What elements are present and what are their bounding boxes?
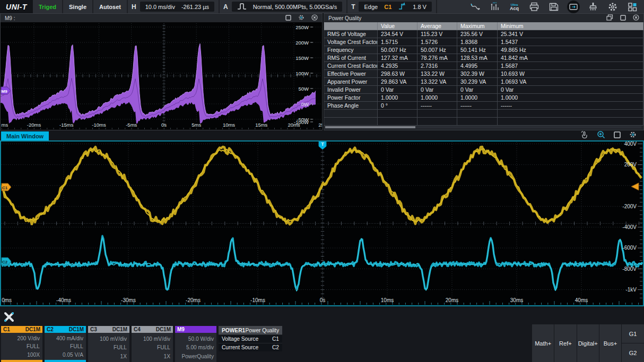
pq-cell: 1.5726: [417, 38, 457, 46]
pq-titlebar[interactable]: Power Quality: [324, 14, 643, 23]
svg-text:-30ms: -30ms: [121, 297, 136, 303]
pq-table-row: Effective Power298.63 W133.22 W302.39 W1…: [324, 70, 643, 78]
timebase-value: 10.0 ms/div: [145, 4, 175, 10]
m9-window-title: M9 :: [5, 15, 15, 21]
g1-button[interactable]: G1: [622, 324, 644, 343]
power1-row-value: C1: [272, 336, 279, 342]
touch-icon[interactable]: [580, 130, 588, 141]
channel-setting: 1X: [134, 354, 170, 359]
main-plot: 400V200V-200V-400V-600V-800V-1kV0ms-40ms…: [0, 140, 644, 306]
pq-header-cell: Average: [417, 22, 457, 30]
maximize-icon[interactable]: [614, 131, 621, 140]
channel-card-C4[interactable]: C4DC1M100 mV/divFULL1X: [132, 326, 173, 362]
pq-cell: 1.0000: [457, 94, 498, 102]
channel-setting: 50.0 W/div: [178, 336, 214, 342]
svg-text:15ms: 15ms: [255, 122, 267, 128]
ref-plus-button[interactable]: Ref+: [554, 324, 576, 362]
settings-icon[interactable]: [603, 0, 622, 13]
channel-setting: 200 V/div: [4, 335, 40, 341]
svg-text:-20ms: -20ms: [27, 122, 41, 128]
channel-setting: 100 mV/div: [134, 336, 170, 342]
bus-plus-button[interactable]: Bus+: [599, 324, 621, 362]
pq-cell: Invalid Power: [324, 86, 378, 94]
pq-cell: 1.0693 VA: [498, 78, 643, 86]
pq-cell: 0 Var: [457, 86, 498, 94]
pq-header-cell: [324, 22, 378, 30]
probe-tools-icon[interactable]: [2, 310, 16, 326]
pq-hscrollbar[interactable]: [325, 126, 641, 128]
channel-id: C2: [47, 326, 54, 332]
pq-hscrollbar-thumb[interactable]: [325, 126, 415, 128]
acquire-group: A Normal, 500.00MPts, 5.00GSa/s: [220, 0, 347, 13]
pq-cell: 2.7316: [417, 62, 457, 70]
maximize-icon[interactable]: [620, 15, 626, 22]
power1-card[interactable]: POWER1Power QualityVoltage SourceC1Curre…: [219, 326, 282, 351]
svg-text:C1: C1: [2, 186, 8, 190]
channel-card-C2[interactable]: C2DC1M400 mA/divFULL0.05 V/A: [45, 326, 86, 362]
g2-button[interactable]: G2: [622, 343, 644, 362]
cascade-icon[interactable]: [606, 14, 613, 22]
math-plus-button[interactable]: Math+: [532, 324, 554, 362]
close-icon[interactable]: [311, 14, 318, 22]
clear-icon[interactable]: [583, 0, 603, 13]
tab-main-window[interactable]: Main Window: [1, 131, 49, 140]
channel-setting: FULL: [4, 343, 40, 349]
pq-table-row: RMS of Current127.32 mA78.276 mA128.53 m…: [324, 54, 643, 62]
power1-title: POWER1: [222, 328, 245, 333]
gear-icon[interactable]: [629, 131, 637, 140]
maximize-icon[interactable]: [285, 15, 291, 22]
channel-setting: 0.05 V/A: [47, 352, 83, 358]
svg-text:100W: 100W: [295, 70, 309, 76]
pq-table-row: [324, 110, 643, 118]
svg-text:-400V: -400V: [622, 224, 637, 230]
channel-card-C1[interactable]: C1DC1M200 V/divFULL100X: [1, 326, 42, 362]
channel-setting: 100 mV/div: [91, 336, 127, 342]
apps-icon[interactable]: [622, 0, 642, 13]
pq-table-row: Frequency50.007 Hz50.007 Hz50.141 Hz49.8…: [324, 46, 643, 54]
wave-measure-icon[interactable]: [465, 0, 485, 13]
print-icon[interactable]: [524, 0, 544, 13]
svg-text:10ms: 10ms: [381, 297, 394, 303]
channel-coupling: DC1M: [69, 326, 84, 332]
autoset-button[interactable]: Autoset: [93, 0, 128, 13]
oscilloscope-screen: UNI-T Triged Single Autoset H 10.0 ms/di…: [0, 0, 644, 362]
horizontal-group: H 10.0 ms/div -261.23 µs: [128, 0, 220, 13]
pq-cell: [378, 110, 417, 118]
toolbar-icons: FFT UltraAcq: [465, 0, 644, 13]
save-icon[interactable]: [544, 0, 563, 13]
pq-cell: ------: [417, 102, 457, 110]
acq-ultra-icon[interactable]: UltraAcq: [504, 0, 524, 13]
acquire-box[interactable]: Normal, 500.00MPts, 5.00GSa/s: [232, 2, 342, 12]
pq-cell: 1.5715: [378, 38, 417, 46]
pq-cell: Frequency: [324, 46, 378, 54]
channel-setting: FULL: [91, 345, 127, 350]
pq-cell: [498, 110, 643, 118]
svg-text:-600V: -600V: [622, 245, 637, 251]
channel-card-C3[interactable]: C3DC1M100 mV/divFULL1X: [88, 326, 129, 362]
svg-text:FFT: FFT: [493, 2, 497, 4]
pq-cell: 50.007 Hz: [417, 46, 457, 54]
close-icon[interactable]: [633, 14, 639, 22]
m9-titlebar[interactable]: M9 :: [1, 14, 322, 23]
single-button[interactable]: Single: [63, 0, 93, 13]
channel-coupling: DC1M: [112, 326, 127, 332]
pq-cell: 0 Var: [498, 86, 643, 94]
digital-plus-button[interactable]: Digital+: [577, 324, 599, 362]
pq-header-cell: Minimum: [498, 22, 643, 30]
zoom-in-icon[interactable]: [597, 130, 605, 141]
channel-card-M9[interactable]: M950.0 W/div5.00 ms/divPowerQuality: [175, 326, 216, 362]
svg-text:0s: 0s: [161, 122, 167, 128]
pq-table-row: [324, 118, 643, 126]
brand-logo: UNI-T: [0, 0, 33, 13]
m9-window: M9 : 250W200W150W100W50W0W-50W-100Wms-20…: [0, 13, 323, 130]
fft-icon[interactable]: FFT: [485, 0, 504, 13]
screenshot-icon[interactable]: [563, 0, 583, 13]
trigger-box[interactable]: Edge C1 1.8 V: [359, 2, 431, 12]
gear-icon[interactable]: [298, 14, 304, 22]
pq-cell: [457, 110, 498, 118]
channel-id: M9: [177, 326, 185, 332]
pq-cell: 29.863 VA: [378, 78, 417, 86]
pq-cell: 302.39 W: [457, 70, 498, 78]
timebase-box[interactable]: 10.0 ms/div -261.23 µs: [140, 2, 214, 12]
trigger-group: T Edge C1 1.8 V: [347, 0, 437, 13]
